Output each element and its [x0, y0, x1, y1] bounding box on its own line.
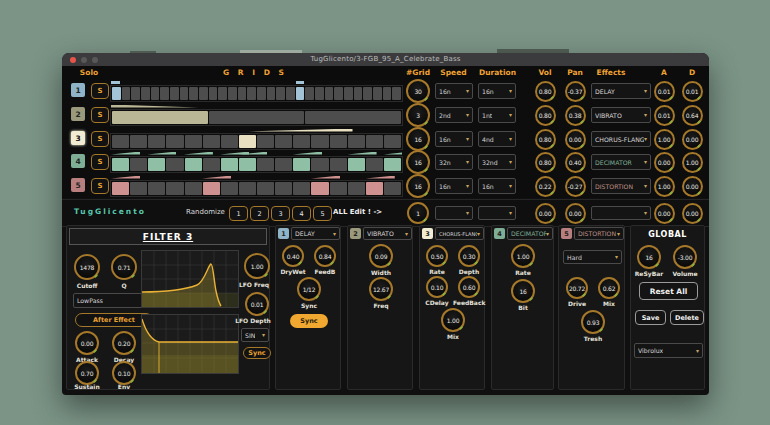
distortion-mode-dropdown[interactable]: Hard▾ [563, 250, 622, 264]
step-cell[interactable] [130, 158, 147, 171]
step-cell[interactable] [354, 87, 363, 100]
fx-distortion-dropdown[interactable]: DISTORTION▾ [574, 227, 624, 240]
all-edit-vol-knob[interactable]: 0.00 [535, 203, 556, 224]
step-cell[interactable] [392, 87, 401, 100]
step-cell[interactable] [384, 182, 401, 195]
step-cell[interactable] [112, 158, 129, 171]
lfo-depth-knob[interactable]: 0.01 [245, 292, 269, 316]
step-cell[interactable] [148, 135, 165, 148]
step-cell[interactable] [348, 158, 365, 171]
pan-knob[interactable]: 0.00 [565, 129, 586, 150]
step-cell[interactable] [239, 158, 256, 171]
step-cell[interactable] [209, 111, 305, 124]
step-cell[interactable] [334, 87, 343, 100]
step-cell[interactable] [203, 182, 220, 195]
step-cell[interactable] [228, 87, 237, 100]
step-cell[interactable] [311, 135, 328, 148]
step-cell[interactable] [122, 87, 131, 100]
row-decay-knob[interactable]: 0.00 [682, 176, 703, 197]
step-cell[interactable] [330, 135, 347, 148]
effects-dropdown[interactable]: CHORUS-FLANGER▾ [591, 131, 651, 147]
step-cell[interactable] [218, 87, 227, 100]
step-cell[interactable] [366, 158, 383, 171]
randomize-button-2[interactable]: 2 [250, 206, 269, 221]
solo-button[interactable]: S [91, 107, 109, 123]
cdelay-knob[interactable]: 0.10 [426, 276, 448, 298]
speed-dropdown[interactable]: 32n▾ [435, 154, 473, 170]
solo-button[interactable]: S [91, 131, 109, 147]
all-edit-attack-knob[interactable]: 0.00 [654, 203, 675, 224]
step-cell[interactable] [112, 87, 121, 100]
step-cell[interactable] [276, 87, 285, 100]
fx-decimator-dropdown[interactable]: DECIMATOR▾ [507, 227, 553, 240]
step-cell[interactable] [325, 87, 334, 100]
delay-sync-knob[interactable]: 1/12 [297, 277, 321, 301]
grid-count-knob[interactable]: 16 [406, 127, 430, 151]
row-number[interactable]: 5 [71, 178, 85, 192]
step-cell[interactable] [185, 135, 202, 148]
step-cell[interactable] [185, 182, 202, 195]
cutoff-knob[interactable]: 1478 [74, 254, 100, 280]
delay-sync-button[interactable]: Sync [290, 314, 328, 328]
row-number[interactable]: 3 [71, 131, 85, 145]
sustain-knob[interactable]: 0.70 [75, 361, 99, 385]
step-cell[interactable] [221, 135, 238, 148]
all-edit-target-knob[interactable]: 1 [407, 202, 429, 224]
all-edit-speed-dropdown[interactable]: ▾ [435, 206, 473, 220]
step-cell[interactable] [131, 87, 140, 100]
bit-knob[interactable]: 16 [511, 279, 535, 303]
step-cell[interactable] [373, 87, 382, 100]
all-edit-duration-dropdown[interactable]: ▾ [478, 206, 516, 220]
lfo-wave-dropdown[interactable]: SIN▾ [241, 328, 269, 342]
row-attack-knob[interactable]: 0.00 [654, 152, 675, 173]
preset-dropdown[interactable]: Vibrolux▾ [634, 343, 703, 358]
step-cell[interactable] [221, 182, 238, 195]
solo-button[interactable]: S [91, 178, 109, 194]
step-cell[interactable] [257, 87, 266, 100]
speed-dropdown[interactable]: 16n▾ [435, 83, 473, 99]
step-cell[interactable] [330, 182, 347, 195]
grid-count-knob[interactable]: 30 [406, 79, 430, 103]
step-cell[interactable] [238, 87, 247, 100]
row-decay-knob[interactable]: 0.64 [682, 105, 703, 126]
fx-delay-dropdown[interactable]: DELAY▾ [291, 227, 340, 240]
step-cell[interactable] [247, 87, 256, 100]
save-button[interactable]: Save [635, 310, 666, 325]
grid-count-knob[interactable]: 16 [406, 150, 430, 174]
all-edit-effects-dropdown[interactable]: ▾ [591, 206, 651, 220]
step-cell[interactable] [311, 158, 328, 171]
duration-dropdown[interactable]: 16n▾ [478, 83, 516, 99]
step-cell[interactable] [384, 158, 401, 171]
step-cell[interactable] [141, 87, 150, 100]
effects-dropdown[interactable]: VIBRATO▾ [591, 107, 651, 123]
step-cell[interactable] [305, 87, 314, 100]
step-cell[interactable] [257, 158, 274, 171]
step-cell[interactable] [112, 135, 129, 148]
step-cell[interactable] [330, 158, 347, 171]
step-cell[interactable] [170, 87, 179, 100]
step-cell[interactable] [348, 135, 365, 148]
freq-knob[interactable]: 12.67 [369, 277, 393, 301]
step-cell[interactable] [311, 182, 328, 195]
effects-dropdown[interactable]: DISTORTION▾ [591, 178, 651, 194]
step-cell[interactable] [199, 87, 208, 100]
pan-knob[interactable]: 0.38 [565, 105, 586, 126]
delete-button[interactable]: Delete [670, 310, 704, 325]
all-edit-pan-knob[interactable]: 0.00 [565, 203, 586, 224]
vol-knob[interactable]: 0.80 [535, 152, 556, 173]
row-decay-knob[interactable]: 1.00 [682, 152, 703, 173]
drive-knob[interactable]: 20.72 [566, 277, 588, 299]
step-cell[interactable] [257, 182, 274, 195]
feedback-knob[interactable]: 0.60 [458, 276, 480, 298]
step-cell[interactable] [275, 135, 292, 148]
step-grid[interactable] [110, 175, 403, 197]
step-cell[interactable] [239, 135, 256, 148]
step-cell[interactable] [221, 158, 238, 171]
step-cell[interactable] [148, 182, 165, 195]
step-cell[interactable] [239, 182, 256, 195]
lfo-sync-button[interactable]: Sync [243, 347, 271, 359]
step-cell[interactable] [293, 158, 310, 171]
step-cell[interactable] [363, 87, 372, 100]
step-cell[interactable] [112, 111, 208, 124]
pan-knob[interactable]: 0.40 [565, 152, 586, 173]
